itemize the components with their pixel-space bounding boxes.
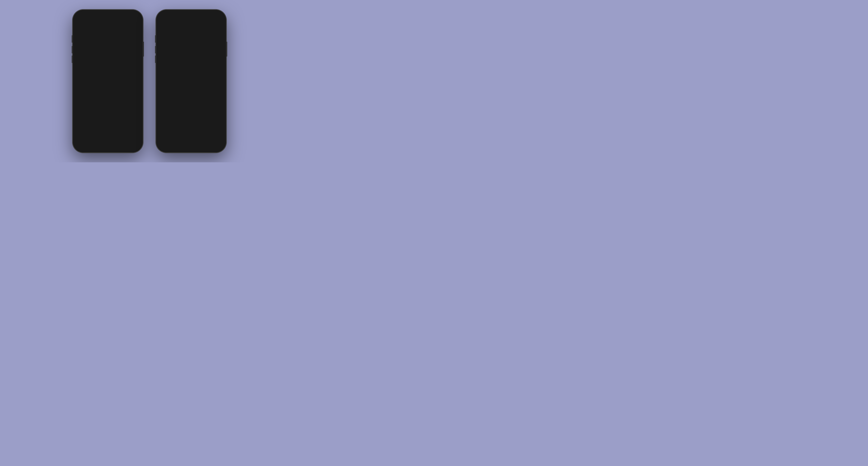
track-thumbnail bbox=[166, 85, 179, 97]
tap-to-edit-arrow-1: › bbox=[94, 38, 98, 41]
battery-icon-2 bbox=[214, 18, 219, 20]
phone-1-screen: 10:58 bbox=[75, 12, 141, 150]
siri-glow-1 bbox=[75, 137, 141, 150]
wifi-icon-2 bbox=[210, 18, 213, 20]
battery-icon bbox=[131, 18, 136, 20]
signal-icon bbox=[123, 18, 126, 20]
progress-dot bbox=[168, 100, 170, 102]
svg-rect-10 bbox=[209, 18, 209, 20]
svg-rect-2 bbox=[124, 19, 125, 21]
svg-rect-0 bbox=[123, 20, 124, 20]
progress-fill bbox=[166, 101, 168, 101]
progress-times: 0:01 -2:36 bbox=[166, 102, 216, 104]
svg-rect-9 bbox=[208, 19, 208, 21]
track-info: iPhone Carry Me Away John Mayer — Carry … bbox=[163, 83, 219, 99]
wifi-icon bbox=[127, 18, 130, 20]
svg-rect-13 bbox=[219, 19, 219, 20]
forward-icon bbox=[200, 109, 206, 114]
volume-low-svg bbox=[166, 119, 169, 122]
no-button[interactable]: No bbox=[80, 79, 108, 90]
svg-rect-7 bbox=[206, 20, 207, 20]
phone-2-siri-content: Play Ed Sheeran's latest song on Spotify… bbox=[158, 12, 224, 126]
yes-button[interactable]: Yes bbox=[108, 79, 135, 90]
track-artist: John Mayer — Carry Me Away bbox=[181, 91, 216, 97]
time-remaining: -2:36 bbox=[211, 102, 216, 104]
phone-1: 10:58 bbox=[72, 10, 143, 153]
phone-2: 10:59 bbox=[156, 10, 226, 153]
phone-2-time: 10:59 bbox=[163, 17, 170, 20]
rewind-button[interactable] bbox=[176, 109, 182, 115]
svg-marker-19 bbox=[203, 109, 206, 114]
track-device: iPhone bbox=[181, 84, 216, 87]
volume-high-icon bbox=[212, 119, 216, 122]
phone-1-notch bbox=[94, 12, 122, 18]
phone-2-notch bbox=[177, 12, 205, 18]
volume-fill bbox=[171, 120, 198, 121]
svg-marker-14 bbox=[179, 109, 182, 114]
svg-rect-6 bbox=[135, 19, 136, 20]
permission-dialog-buttons: No Yes bbox=[80, 79, 135, 90]
phone-2-screen: 10:59 bbox=[158, 12, 224, 150]
svg-rect-17 bbox=[191, 108, 193, 114]
rewind-icon bbox=[176, 109, 182, 114]
volume-high-svg bbox=[212, 119, 216, 122]
phone-1-siri-content: Play Taylor Swift on Spotify Tap to Edit… bbox=[75, 12, 141, 90]
volume-container bbox=[163, 118, 219, 126]
time-current: 0:01 bbox=[166, 102, 170, 104]
spotify-card[interactable]: SPOTIFY iPhone Carry Me Away Joh bbox=[163, 73, 219, 126]
siri-command-1: Play Taylor Swift on Spotify bbox=[80, 25, 135, 36]
phone-1-status-icons bbox=[123, 18, 136, 20]
tap-to-edit-2[interactable]: Tap to Edit › bbox=[163, 38, 219, 41]
svg-marker-18 bbox=[200, 109, 203, 114]
volume-low-icon bbox=[166, 119, 169, 122]
spotify-card-header: SPOTIFY bbox=[163, 73, 219, 83]
pause-button[interactable] bbox=[188, 108, 194, 115]
spotify-app-label: SPOTIFY bbox=[174, 77, 185, 80]
svg-rect-5 bbox=[131, 19, 135, 20]
progress-container[interactable]: 0:01 -2:36 bbox=[163, 99, 219, 105]
track-details: iPhone Carry Me Away John Mayer — Carry … bbox=[181, 84, 216, 97]
track-name: Carry Me Away bbox=[181, 87, 216, 91]
pause-icon bbox=[188, 108, 194, 114]
svg-rect-12 bbox=[215, 19, 218, 20]
phone-1-time: 10:58 bbox=[80, 17, 87, 20]
spotify-icon bbox=[167, 77, 170, 80]
phone-2-siri-screen: 10:59 bbox=[158, 12, 224, 150]
tap-to-edit-arrow-2: › bbox=[178, 38, 181, 41]
volume-knob bbox=[197, 119, 200, 122]
forward-button[interactable] bbox=[200, 109, 206, 115]
siri-command-2: Play Ed Sheeran's latest song on Spotify bbox=[163, 25, 219, 36]
svg-marker-15 bbox=[176, 109, 179, 114]
progress-bar[interactable] bbox=[166, 101, 216, 101]
svg-rect-16 bbox=[188, 108, 190, 114]
volume-bar[interactable] bbox=[171, 120, 210, 121]
siri-permission-message: I'll need to access your Spotify data to… bbox=[80, 48, 135, 73]
siri-glow-2 bbox=[158, 137, 224, 150]
svg-rect-1 bbox=[124, 19, 124, 20]
phone-1-siri-screen: 10:58 bbox=[75, 12, 141, 150]
siri-response-text: Here's 'South of the Border (feat. Camil… bbox=[163, 48, 219, 69]
signal-icon-2 bbox=[206, 18, 209, 20]
tap-to-edit-1[interactable]: Tap to Edit › bbox=[80, 38, 135, 41]
player-controls bbox=[163, 105, 219, 118]
svg-rect-8 bbox=[207, 19, 208, 20]
svg-rect-3 bbox=[125, 18, 126, 20]
phone-2-status-icons bbox=[206, 18, 219, 20]
track-art bbox=[166, 85, 179, 97]
spotify-logo bbox=[166, 75, 172, 81]
